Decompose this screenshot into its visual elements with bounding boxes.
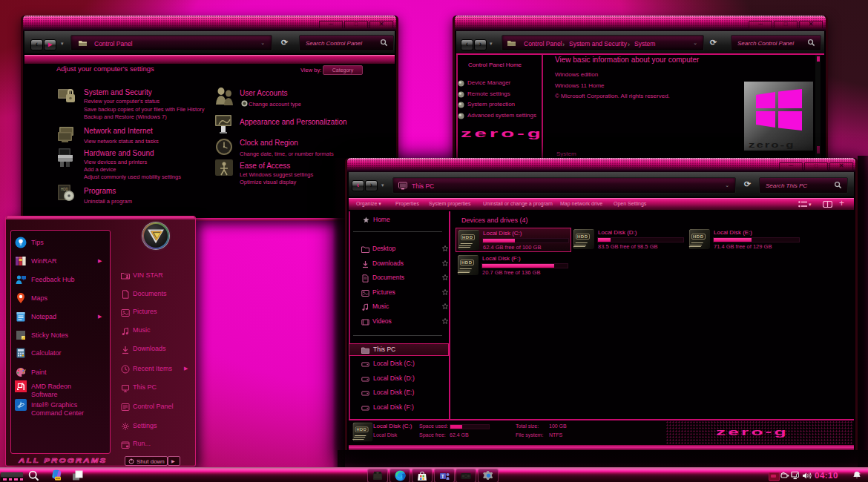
svg-text:T: T	[441, 473, 444, 478]
svg-text:HDD: HDD	[61, 188, 68, 191]
